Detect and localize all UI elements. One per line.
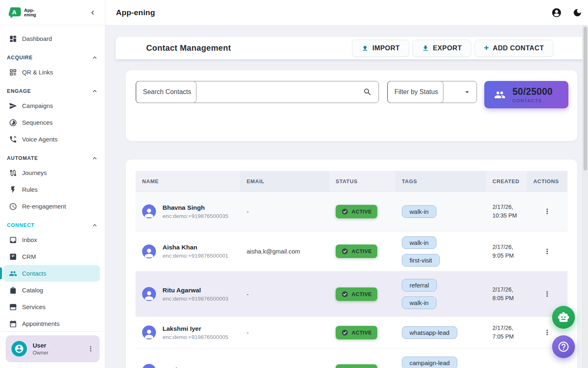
sidebar-item-voice-agents[interactable]: Voice Agents <box>3 131 100 148</box>
status-badge[interactable]: ACTIVE <box>336 205 377 218</box>
sidebar-item-journeys[interactable]: Journeys <box>3 164 100 181</box>
chevron-left-icon <box>89 9 97 17</box>
export-button[interactable]: EXPORT <box>412 40 471 57</box>
row-actions-menu-icon[interactable] <box>543 290 551 298</box>
column-header-name: NAME <box>136 171 240 191</box>
page-title: Contact Management <box>146 43 349 53</box>
add-contact-button[interactable]: + ADD CONTACT <box>474 40 553 57</box>
column-header-created: CREATED <box>486 171 527 191</box>
tag-pill[interactable]: walk-in <box>402 205 437 218</box>
status-badge[interactable]: ACTIVE <box>336 287 377 301</box>
import-button[interactable]: IMPORT <box>352 40 409 57</box>
contact-email: - <box>240 208 329 215</box>
qr-code-icon <box>9 68 17 76</box>
table-row[interactable]: Jyoti Rawat ACTIVE campaign-lead 2/17/26… <box>136 348 568 368</box>
tag-pill[interactable]: whatsapp-lead <box>402 326 457 339</box>
sidebar-item-label: Rules <box>22 186 38 193</box>
sidebar-section-automate[interactable]: AUTOMATE <box>7 152 98 164</box>
route-icon <box>9 169 17 177</box>
contact-tags: referral walk-in <box>395 272 486 316</box>
user-card[interactable]: User Owner <box>6 335 100 362</box>
sidebar-item-contacts[interactable]: Contacts <box>3 265 100 282</box>
tag-pill[interactable]: walk-in <box>402 296 437 309</box>
contact-name-cell: Jyoti Rawat <box>136 364 240 368</box>
sidebar-item-sequences[interactable]: Sequences <box>3 114 100 131</box>
column-header-email: EMAIL <box>240 171 329 191</box>
contact-tags: walk-in first-visit <box>395 231 486 271</box>
top-header: App-ening <box>105 0 588 25</box>
tag-pill[interactable]: referral <box>402 279 437 292</box>
sidebar-item-campaigns[interactable]: Campaigns <box>3 97 100 114</box>
contact-avatar <box>142 204 156 218</box>
contact-avatar <box>142 245 156 258</box>
person-icon <box>143 289 155 301</box>
sidebar-section-acquire[interactable]: ACQUIRE <box>7 52 98 64</box>
user-name: User <box>33 342 87 349</box>
sidebar-item-services[interactable]: Services <box>3 298 100 315</box>
sidebar-collapse-button[interactable] <box>88 8 98 18</box>
contact-name-cell: Ritu Agarwal enc:demo:+919876500003 <box>136 287 240 302</box>
status-filter-select[interactable]: Filter by Status <box>387 81 477 103</box>
person-icon <box>143 327 155 339</box>
sidebar-item-inbox[interactable]: Inbox <box>3 231 100 248</box>
tag-pill[interactable]: campaign-lead <box>402 357 457 368</box>
dark-mode-moon-icon[interactable] <box>572 8 582 18</box>
account-circle-icon[interactable] <box>551 7 562 18</box>
sidebar-item-label: Re-engagement <box>22 203 66 210</box>
search-icon[interactable] <box>363 88 372 96</box>
chevron-up-icon <box>91 54 98 61</box>
table-row[interactable]: Aisha Khan enc:demo:+919876500001 aisha.… <box>136 231 568 271</box>
contact-tags: whatsapp-lead <box>395 317 486 348</box>
sidebar-item-appointments[interactable]: Appointments <box>3 315 100 331</box>
contact-name-cell: Lakshmi Iyer enc:demo:+919876500005 <box>136 325 240 340</box>
chevron-up-icon <box>91 88 98 95</box>
search-input[interactable] <box>136 88 363 96</box>
sidebar-logo-row: A App- ening <box>0 0 105 25</box>
sidebar-item-crm[interactable]: CRM <box>3 248 100 265</box>
user-avatar <box>11 341 27 357</box>
more-vertical-icon[interactable] <box>87 345 95 353</box>
contact-avatar <box>142 325 156 339</box>
page-scrollbar <box>582 25 588 368</box>
status-badge[interactable]: ACTIVE <box>336 364 377 368</box>
sidebar-item-catalog[interactable]: Catalog <box>3 282 100 298</box>
status-badge[interactable]: ACTIVE <box>336 326 377 339</box>
svg-text:A: A <box>12 9 17 16</box>
sidebar-item-label: CRM <box>22 253 36 260</box>
row-actions-menu-icon[interactable] <box>543 328 551 337</box>
app-logo-icon: A <box>8 7 21 19</box>
status-badge[interactable]: ACTIVE <box>336 245 377 258</box>
tag-pill[interactable]: walk-in <box>402 236 437 249</box>
inbox-icon <box>9 236 17 244</box>
sidebar-item-rules[interactable]: Rules <box>3 181 100 198</box>
robot-icon <box>557 311 570 323</box>
table-header: NAME EMAIL STATUS TAGS CREATED ACTIONS <box>136 171 568 192</box>
sidebar-item-dashboard[interactable]: Dashboard <box>3 30 100 47</box>
calendar-icon <box>9 320 17 328</box>
contacts-table-card: NAME EMAIL STATUS TAGS CREATED ACTIONS B… <box>126 159 577 368</box>
contact-name: Aisha Khan <box>163 244 228 251</box>
table-row[interactable]: Bhavna Singh enc:demo:+919876500035 - AC… <box>136 192 568 231</box>
scrollbar-thumb[interactable] <box>584 27 587 171</box>
sidebar-item-re-engagement[interactable]: Re-engagement <box>3 198 100 215</box>
sidebar-item-label: Campaigns <box>22 102 53 109</box>
sidebar-item-qr-links[interactable]: QR & Links <box>3 64 100 81</box>
sidebar-item-label: Services <box>22 303 46 310</box>
contact-phone: enc:demo:+919876500005 <box>163 334 228 340</box>
row-actions-menu-icon[interactable] <box>543 247 551 256</box>
person-icon <box>143 246 155 258</box>
people-icon <box>494 89 506 101</box>
sidebar-section-engage[interactable]: ENGAGE <box>7 85 98 97</box>
help-fab-button[interactable] <box>552 335 575 358</box>
contact-phone: enc:demo:+919876500035 <box>163 213 228 219</box>
sidebar-section-connect[interactable]: CONNECT <box>7 219 98 231</box>
contact-avatar <box>142 364 156 368</box>
table-row[interactable]: Lakshmi Iyer enc:demo:+919876500005 - AC… <box>136 316 568 348</box>
sidebar-item-label: Appointments <box>22 320 60 327</box>
table-row[interactable]: Ritu Agarwal enc:demo:+919876500003 - AC… <box>136 271 568 316</box>
row-actions-menu-icon[interactable] <box>543 207 551 215</box>
tag-pill[interactable]: first-visit <box>402 254 440 267</box>
contact-name-cell: Bhavna Singh enc:demo:+919876500035 <box>136 204 240 219</box>
help-icon <box>557 341 570 353</box>
chatbot-fab-button[interactable] <box>552 306 575 329</box>
